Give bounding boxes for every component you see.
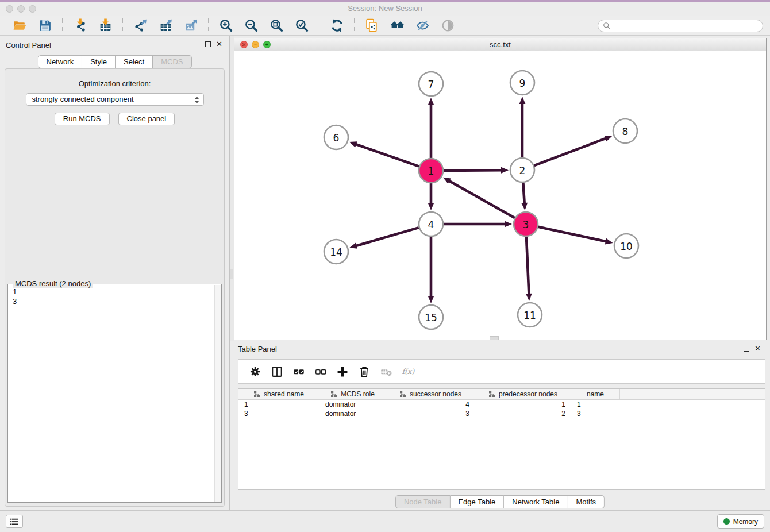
tab-node-table[interactable]: Node Table bbox=[395, 495, 451, 508]
graph-edge-arrowhead bbox=[428, 98, 434, 105]
tab-network-table[interactable]: Network Table bbox=[504, 495, 568, 508]
node-table: shared nameMCDS rolesuccessor nodesprede… bbox=[238, 388, 765, 490]
float-panel-icon[interactable] bbox=[205, 41, 211, 47]
task-history-button[interactable] bbox=[6, 515, 23, 528]
column-header-name[interactable]: name bbox=[571, 389, 620, 399]
graph-node-label: 2 bbox=[519, 165, 526, 176]
settings-gear-icon[interactable] bbox=[248, 365, 262, 379]
optimization-criterion-dropdown[interactable]: strongly connected component bbox=[26, 93, 204, 106]
graph-edge-arrowhead bbox=[349, 141, 357, 147]
run-mcds-button[interactable]: Run MCDS bbox=[55, 113, 110, 125]
select-all-icon[interactable] bbox=[292, 365, 306, 379]
network-window-title: scc.txt bbox=[234, 40, 766, 49]
splitter-handle[interactable] bbox=[230, 269, 233, 279]
search-icon bbox=[603, 22, 611, 30]
horizontal-splitter-handle[interactable] bbox=[490, 336, 499, 340]
table-cell[interactable]: dominator bbox=[319, 409, 386, 418]
first-neighbors-icon[interactable] bbox=[390, 18, 405, 33]
export-network-icon[interactable] bbox=[133, 18, 148, 33]
mcds-panel: Optimization criterion: strongly connect… bbox=[5, 68, 225, 507]
column-header-successor-nodes[interactable]: successor nodes bbox=[386, 389, 475, 399]
tab-mcds[interactable]: MCDS bbox=[153, 55, 191, 68]
import-network-icon[interactable] bbox=[72, 18, 87, 33]
export-table-icon[interactable] bbox=[158, 18, 173, 33]
function-builder-icon: f(x) bbox=[401, 365, 415, 379]
zoom-out-icon[interactable] bbox=[244, 18, 259, 33]
zoom-in-icon[interactable] bbox=[218, 18, 233, 33]
table-row[interactable]: 1dominator411 bbox=[238, 400, 765, 409]
close-panel-icon[interactable]: ✕ bbox=[216, 40, 222, 48]
show-details-icon bbox=[440, 18, 455, 33]
tab-edge-table[interactable]: Edge Table bbox=[450, 495, 504, 508]
graph-edge-2-3[interactable] bbox=[523, 183, 524, 204]
table-cell[interactable]: 1 bbox=[238, 400, 319, 409]
table-cell[interactable]: 3 bbox=[386, 409, 475, 418]
refresh-icon[interactable] bbox=[329, 18, 344, 33]
vertical-scrollbar[interactable] bbox=[214, 285, 221, 502]
graph-edge-1-2[interactable] bbox=[444, 170, 502, 171]
close-table-panel-icon[interactable]: ✕ bbox=[754, 344, 761, 353]
delete-column-icon[interactable] bbox=[357, 365, 371, 379]
table-cell[interactable]: 2 bbox=[475, 409, 571, 418]
graph-edge-arrowhead bbox=[349, 242, 357, 248]
graph-node-label: 10 bbox=[620, 241, 633, 252]
tab-network[interactable]: Network bbox=[37, 55, 82, 68]
table-body: 1dominator4113dominator323 bbox=[238, 400, 765, 418]
zoom-selected-icon[interactable] bbox=[294, 18, 309, 33]
import-table-icon[interactable] bbox=[98, 18, 113, 33]
column-select-icon[interactable] bbox=[270, 365, 284, 379]
table-tabs: Node TableEdge TableNetwork TableMotifs bbox=[395, 495, 605, 508]
table-toolbar: f(x) bbox=[238, 359, 765, 384]
close-panel-button[interactable]: Close panel bbox=[118, 113, 175, 125]
graph-edge-3-1[interactable] bbox=[448, 180, 514, 218]
control-panel-tabs: NetworkStyleSelectMCDS bbox=[37, 55, 191, 68]
memory-label: Memory bbox=[733, 518, 758, 526]
search-box[interactable] bbox=[598, 20, 763, 32]
tab-motifs[interactable]: Motifs bbox=[568, 495, 605, 508]
zoom-fit-icon[interactable] bbox=[269, 18, 284, 33]
graph-edge-arrowhead bbox=[428, 203, 434, 210]
open-file-icon[interactable] bbox=[12, 18, 27, 33]
table-cell[interactable]: 3 bbox=[238, 409, 319, 418]
control-panel-title: Control Panel bbox=[6, 41, 51, 49]
column-header-shared-name[interactable]: shared name bbox=[238, 389, 319, 399]
mcds-result-text[interactable]: 13 bbox=[8, 285, 214, 502]
table-cell[interactable]: 4 bbox=[386, 400, 475, 409]
export-image-icon[interactable] bbox=[183, 18, 198, 33]
deselect-all-icon[interactable] bbox=[314, 365, 328, 379]
memory-button[interactable]: Memory bbox=[717, 514, 764, 529]
table-cell[interactable]: 1 bbox=[571, 400, 620, 409]
graph-node-label: 4 bbox=[428, 219, 434, 230]
graph-edge-1-6[interactable] bbox=[355, 144, 419, 167]
status-bar: Memory bbox=[0, 510, 770, 532]
add-column-icon[interactable] bbox=[336, 365, 349, 379]
graph-edge-4-14[interactable] bbox=[356, 228, 419, 246]
network-canvas[interactable]: 7968124314101511 bbox=[234, 51, 766, 340]
control-panel-header: Control Panel ✕ bbox=[0, 36, 229, 54]
hide-details-icon[interactable] bbox=[415, 18, 430, 33]
graph-edge-3-11[interactable] bbox=[526, 237, 529, 295]
toolbar-icons bbox=[7, 18, 460, 33]
table-row[interactable]: 3dominator323 bbox=[238, 409, 765, 418]
table-toolbar-icons: f(x) bbox=[244, 365, 419, 379]
graph-edge-2-8[interactable] bbox=[534, 138, 607, 165]
column-header-MCDS-role[interactable]: MCDS role bbox=[319, 389, 386, 399]
float-table-panel-icon[interactable] bbox=[744, 346, 749, 352]
chevron-up-down-icon bbox=[194, 95, 199, 108]
table-cell[interactable]: 1 bbox=[475, 400, 571, 409]
tab-select[interactable]: Select bbox=[116, 55, 153, 68]
table-cell[interactable]: dominator bbox=[319, 400, 386, 409]
search-input[interactable] bbox=[614, 21, 758, 31]
column-label: predecessor nodes bbox=[499, 390, 557, 398]
save-icon[interactable] bbox=[37, 18, 52, 33]
column-label: name bbox=[587, 390, 604, 398]
table-cell[interactable]: 3 bbox=[571, 409, 620, 418]
tab-style[interactable]: Style bbox=[82, 55, 116, 68]
graph-node-label: 1 bbox=[428, 165, 434, 177]
clone-network-icon[interactable] bbox=[364, 18, 379, 33]
column-header-predecessor-nodes[interactable]: predecessor nodes bbox=[475, 389, 571, 399]
tree-icon bbox=[253, 391, 260, 398]
tree-icon bbox=[399, 391, 406, 398]
graph-edge-3-10[interactable] bbox=[538, 227, 606, 242]
network-window-titlebar: ✕ − + scc.txt bbox=[234, 38, 766, 51]
